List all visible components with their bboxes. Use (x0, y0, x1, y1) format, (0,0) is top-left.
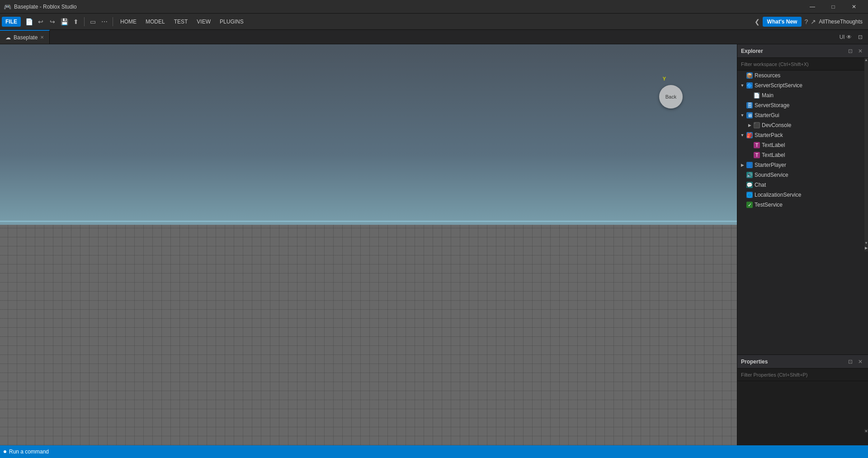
scroll-down-button[interactable]: ▼ (864, 241, 868, 245)
pip-button[interactable]: ⊡ (856, 33, 864, 41)
window-controls: — □ ✕ (802, 0, 864, 14)
app-title: Baseplate - Roblox Studio (14, 4, 77, 10)
tab-right-controls: UI 👁 ⊡ (834, 30, 868, 44)
tree-item[interactable]: 🔊SoundService (737, 170, 868, 180)
tree-item[interactable]: TTextLabel (737, 140, 868, 150)
maximize-button[interactable]: □ (823, 0, 844, 14)
help-icon[interactable]: ? (804, 18, 808, 25)
tree-item-label: SoundService (755, 172, 788, 178)
tree-item-label: TextLabel (762, 152, 785, 158)
tree-arrow-icon[interactable] (746, 142, 753, 148)
save-button[interactable]: 💾 (59, 16, 70, 27)
explorer-expand-button[interactable]: ⊡ (846, 47, 854, 55)
properties-expand-button[interactable]: ⊡ (846, 358, 854, 366)
tree-item-icon: 📄 (754, 92, 760, 99)
ui-toggle-button[interactable]: UI 👁 (838, 33, 854, 41)
toolbar-icons: 📄 ↩ ↪ 💾 ⬆ ▭ ⋯ (24, 16, 110, 27)
tree-item-label: TestService (755, 202, 783, 208)
app-icon: 🎮 (4, 3, 11, 10)
more-button[interactable]: ⋯ (99, 16, 110, 27)
tree-item[interactable]: 💬Chat (737, 180, 868, 190)
tab-baseplate[interactable]: ☁ Baseplate ✕ (0, 30, 50, 44)
tree-item-icon: 🔊 (746, 172, 753, 178)
tree-item[interactable]: ✓TestService (737, 200, 868, 210)
right-panel: Explorer ⊡ ✕ 📦Resources▼🔷ServerScriptSer… (737, 44, 868, 445)
tree-item[interactable]: 📄Main (737, 90, 868, 100)
properties-close-button[interactable]: ✕ (856, 358, 864, 366)
tree-item[interactable]: TTextLabel (737, 150, 868, 160)
tree-item-icon: 🔷 (746, 82, 753, 89)
tree-item[interactable]: 📦Resources (737, 71, 868, 80)
status-dot-icon (4, 450, 6, 453)
tree-item-label: ServerStorage (755, 102, 789, 109)
tree-item-label: TextLabel (762, 142, 785, 148)
status-run-command[interactable]: Run a command (9, 449, 49, 455)
scene-canvas: Y Back (0, 44, 737, 445)
tree-arrow-icon[interactable]: ▼ (739, 132, 745, 138)
tree-item[interactable]: 🗄ServerStorage (737, 100, 868, 110)
tab-close-button[interactable]: ✕ (40, 35, 44, 40)
menu-view[interactable]: VIEW (192, 17, 215, 27)
tree-arrow-icon[interactable] (739, 182, 745, 188)
undo-button[interactable]: ↩ (35, 16, 46, 27)
rect-button[interactable]: ▭ (87, 16, 98, 27)
tree-item[interactable]: ▼🔷ServerScriptService (737, 80, 868, 90)
properties-title: Properties (741, 359, 768, 365)
tree-item-icon: ✓ (746, 202, 753, 208)
tree-item[interactable]: ▶⬛DevConsole (737, 120, 868, 130)
menu-plugins[interactable]: PLUGINS (215, 17, 248, 27)
explorer-header: Explorer ⊡ ✕ (737, 44, 868, 58)
tree-item-icon: 🎒 (746, 132, 753, 138)
new-file-button[interactable]: 📄 (24, 16, 34, 27)
tree-arrow-icon[interactable]: ▶ (746, 122, 753, 128)
tree-item-label: Chat (755, 182, 766, 188)
close-button[interactable]: ✕ (844, 0, 864, 14)
properties-panel: Properties ⊡ ✕ ▼ (737, 355, 868, 445)
properties-filter-input[interactable] (737, 368, 868, 381)
redo-button[interactable]: ↪ (47, 16, 58, 27)
tab-bar: ☁ Baseplate ✕ UI 👁 ⊡ (0, 30, 868, 44)
main-layout: Type a command Y Back Explorer (0, 44, 868, 445)
menu-model[interactable]: MODEL (141, 17, 170, 27)
menu-test[interactable]: TEST (170, 17, 193, 27)
tree-arrow-icon[interactable]: ▶ (739, 162, 745, 168)
collapse-icon: ❮ (755, 18, 760, 25)
tree-arrow-icon[interactable] (739, 172, 745, 178)
tree-item[interactable]: ▶👤StarterPlayer (737, 160, 868, 170)
explorer-panel: Explorer ⊡ ✕ 📦Resources▼🔷ServerScriptSer… (737, 44, 868, 355)
share-icon[interactable]: ↗ (811, 18, 816, 25)
explorer-tree: 📦Resources▼🔷ServerScriptService📄Main🗄Ser… (737, 71, 868, 354)
explorer-scrollbar[interactable]: ▲ ▼ (864, 58, 868, 245)
tree-arrow-icon[interactable] (746, 92, 753, 99)
title-bar: 🎮 Baseplate - Roblox Studio — □ ✕ (0, 0, 868, 14)
tree-arrow-icon[interactable] (739, 192, 745, 198)
status-bar: Run a command (0, 445, 868, 458)
tree-arrow-icon[interactable] (739, 202, 745, 208)
tree-item[interactable]: ▼🎒StarterPack (737, 130, 868, 140)
properties-header: Properties ⊡ ✕ (737, 355, 868, 368)
tree-item[interactable]: ▼🖥StarterGui (737, 110, 868, 120)
menu-home[interactable]: HOME (116, 17, 141, 27)
tree-arrow-icon[interactable]: ▼ (739, 112, 745, 118)
tab-cloud-icon: ☁ (5, 34, 11, 41)
tree-item-label: StarterPack (755, 132, 783, 138)
tree-item[interactable]: 🌐LocalizationService (737, 190, 868, 200)
back-button[interactable]: Back (659, 85, 683, 109)
tree-items-container: 📦Resources▼🔷ServerScriptService📄Main🗄Ser… (737, 71, 868, 210)
tree-arrow-icon[interactable] (739, 72, 745, 79)
viewport[interactable]: Type a command Y Back (0, 44, 737, 445)
publish-button[interactable]: ⬆ (71, 16, 81, 27)
file-menu[interactable]: FILE (2, 17, 21, 27)
explorer-close-button[interactable]: ✕ (856, 47, 864, 55)
properties-controls: ⊡ ✕ (846, 358, 864, 366)
tree-arrow-icon[interactable]: ▼ (739, 82, 745, 89)
panel-divider-arrow[interactable]: ▶ (864, 245, 868, 251)
tree-arrow-icon[interactable] (746, 152, 753, 158)
scroll-up-button[interactable]: ▲ (864, 58, 868, 62)
explorer-filter-input[interactable] (737, 58, 868, 71)
minimize-button[interactable]: — (802, 0, 823, 14)
menu-bar: FILE 📄 ↩ ↪ 💾 ⬆ ▭ ⋯ HOME MODEL TEST VIEW … (0, 14, 868, 30)
whats-new-button[interactable]: What's New (763, 17, 802, 27)
tree-arrow-icon[interactable] (739, 102, 745, 109)
properties-scrollbar-corner: ▼ (864, 429, 868, 433)
